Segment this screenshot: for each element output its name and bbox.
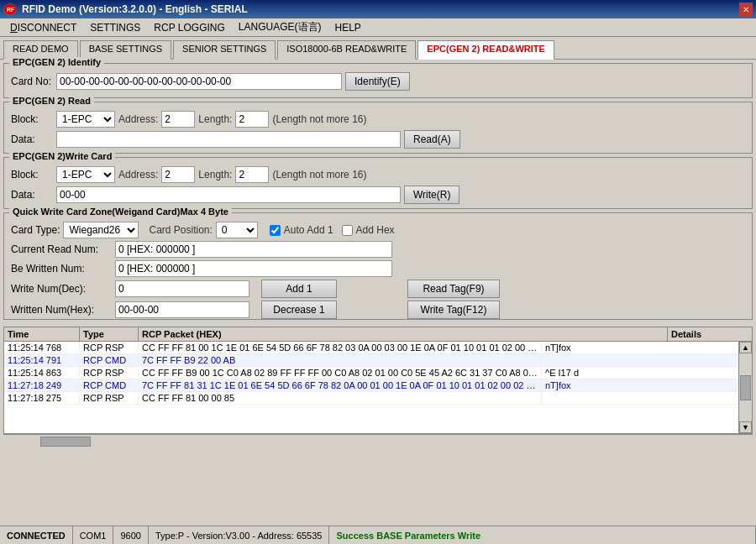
log-row: 11:25:14 768 RCP RSP CC FF FF 81 00 1C 1… [4,342,738,354]
quick-write-label: Quick Write Card Zone(Weigand Card)Max 4… [9,207,232,217]
card-type-select[interactable]: Wiegand26 Wiegand34 Custom [63,222,139,238]
be-written-input[interactable] [115,260,392,277]
status-connected: CONNECTED [0,526,73,544]
read-block-select[interactable]: 1-EPC [56,111,115,128]
read-data-input[interactable] [56,131,401,148]
log-cell-details: nT]fox [542,379,626,391]
status-baud: 9600 [113,526,148,544]
log-cell-type: RCP RSP [80,392,139,404]
current-read-label: Current Read Num: [11,243,112,255]
log-cell-time: 11:25:14 768 [4,342,80,353]
write-block-label: Block: [11,169,53,180]
log-cell-time: 11:27:18 275 [4,392,80,404]
status-com: COM1 [73,526,114,544]
auto-add1-checkbox[interactable] [270,225,281,236]
log-content: 11:25:14 768 RCP RSP CC FF FF 81 00 1C 1… [4,342,738,433]
tab-bar: READ DEMO BASE SETTINGS SENIOR SETTINGS … [0,37,756,59]
log-cell-rcp: 7C FF FF B9 22 00 AB [139,354,542,366]
log-col-type-header: Type [80,327,139,341]
menu-settings[interactable]: SETTINGS [83,20,147,35]
epc-identify-label: EPC(GEN 2) Identify [9,57,104,67]
read-block-label: Block: [11,113,53,125]
write-tag-button[interactable]: Write Tag(F12) [407,301,500,319]
h-scroll-thumb[interactable] [40,437,91,447]
log-cell-details: ^E I17 d [542,367,626,379]
log-row: 11:27:18 275 RCP RSP CC FF FF 81 00 00 8… [4,392,738,405]
menu-language[interactable]: LANGUAGE(语言) [232,18,328,36]
log-cell-time: 11:25:14 791 [4,354,80,366]
identify-button[interactable]: Identify(E) [345,72,410,91]
log-cell-rcp: CC FF FF B9 00 1C C0 A8 02 89 FF FF FF 0… [139,367,542,379]
log-header: Time Type RCP Packet (HEX) Details [4,327,752,342]
write-num-dec-label: Write Num(Dec): [11,283,112,295]
log-cell-rcp: 7C FF FF 81 31 1C 1E 01 6E 54 5D 66 6F 7… [139,379,542,391]
tab-epc-gen2[interactable]: EPC(GEN 2) READ&WRITE [417,40,554,60]
log-cell-time: 11:27:18 249 [4,379,80,391]
scroll-up-btn[interactable]: ▲ [739,342,752,353]
log-cell-details [542,392,626,404]
menu-rcp-logging[interactable]: RCP LOGGING [147,20,231,35]
write-length-input[interactable] [235,166,269,183]
epc-identify-group: EPC(GEN 2) Identify Card No: Identify(E) [3,63,753,98]
epc-read-label: EPC(GEN 2) Read [9,96,94,106]
card-pos-label: Card Position: [149,224,212,236]
scroll-thumb[interactable] [740,375,751,400]
written-num-hex-input[interactable] [115,301,249,318]
read-length-note: (Length not more 16) [272,113,366,125]
written-num-hex-label: Written Num(Hex): [11,304,112,316]
current-read-input[interactable] [115,241,392,258]
write-data-input[interactable] [56,186,401,203]
read-tag-button[interactable]: Read Tag(F9) [407,280,500,298]
tab-senior-settings[interactable]: SENIOR SETTINGS [173,40,276,60]
log-cell-time: 11:25:14 863 [4,367,80,379]
card-no-input[interactable] [56,73,342,90]
read-address-label: Address: [118,113,158,125]
read-length-label: Length: [198,113,232,125]
log-row: 11:25:14 863 RCP RSP CC FF FF B9 00 1C C… [4,367,738,379]
title-bar: RF RFID Demo (Version:3.2.0.0) - English… [0,0,756,18]
be-written-label: Be Written Num: [11,263,112,275]
app-icon: RF [3,3,17,16]
scroll-down-btn[interactable]: ▼ [739,421,752,433]
card-pos-select[interactable]: 0 1 2 3 [216,222,258,238]
write-length-label: Length: [198,169,232,180]
log-col-details-header: Details [668,327,752,341]
write-button[interactable]: Write(R) [404,186,459,204]
card-no-label: Card No: [11,76,53,87]
write-num-dec-input[interactable] [115,280,249,297]
read-button[interactable]: Read(A) [404,130,460,149]
write-address-input[interactable] [161,166,195,183]
close-button[interactable]: ✕ [739,3,753,16]
decrease1-button[interactable]: Decrease 1 [261,301,337,319]
quick-write-group: Quick Write Card Zone(Weigand Card)Max 4… [3,212,753,320]
log-cell-details [542,354,626,366]
read-address-input[interactable] [161,111,195,128]
add-hex-checkbox[interactable] [342,225,353,236]
log-col-rcp-header: RCP Packet (HEX) [139,327,668,341]
main-content: EPC(GEN 2) Identify Card No: Identify(E)… [0,59,756,327]
log-row: 11:27:18 249 RCP CMD 7C FF FF 81 31 1C 1… [4,379,738,392]
menu-disconnect[interactable]: DDISCONNECTISCONNECT [3,20,83,35]
log-cell-details: nT]fox [542,342,626,353]
log-container: Time Type RCP Packet (HEX) Details 11:25… [3,327,753,434]
log-row: 11:25:14 791 RCP CMD 7C FF FF B9 22 00 A… [4,354,738,367]
log-scrollbar[interactable]: ▲ ▼ [738,342,752,433]
log-cell-type: RCP RSP [80,367,139,379]
log-cell-type: RCP RSP [80,342,139,353]
tab-iso18000[interactable]: ISO18000-6B READ&WRITE [277,40,416,60]
add1-button[interactable]: Add 1 [261,280,337,298]
menu-help[interactable]: HELP [328,20,368,35]
menu-bar: DDISCONNECTISCONNECT SETTINGS RCP LOGGIN… [0,18,756,37]
read-length-input[interactable] [235,111,269,128]
log-cell-rcp: CC FF FF 81 00 00 85 [139,392,542,404]
epc-write-group: EPC(GEN 2)Write Card Block: 1-EPC Addres… [3,157,753,209]
auto-add1-label: Auto Add 1 [284,224,333,236]
write-address-label: Address: [118,169,158,180]
log-cell-type: RCP CMD [80,354,139,366]
log-col-time-header: Time [4,327,80,341]
horizontal-scrollbar[interactable] [3,434,753,447]
epc-write-label: EPC(GEN 2)Write Card [9,151,115,161]
read-data-label: Data: [11,133,53,145]
write-block-select[interactable]: 1-EPC [56,166,115,183]
log-cell-rcp: CC FF FF 81 00 1C 1E 01 6E 54 5D 66 6F 7… [139,342,542,353]
